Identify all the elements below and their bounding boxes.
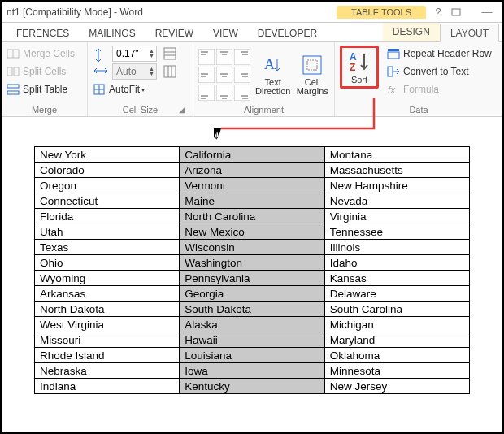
tab-design[interactable]: DESIGN bbox=[383, 23, 440, 41]
table-cell[interactable]: Pennsylvania bbox=[180, 271, 324, 286]
repeat-header-rows-button[interactable]: Repeat Header Row bbox=[387, 46, 492, 62]
states-table[interactable]: New YorkCaliforniaMontanaColoradoArizona… bbox=[34, 146, 470, 394]
cell-margins-button[interactable]: Cell Margins bbox=[295, 53, 329, 96]
table-row[interactable]: Rhode IslandLouisianaOklahoma bbox=[35, 348, 470, 363]
tab-mailings[interactable]: MAILINGS bbox=[79, 24, 145, 41]
row-height-value[interactable] bbox=[115, 47, 147, 60]
table-cell[interactable]: West Virginia bbox=[35, 317, 180, 332]
table-row[interactable]: IndianaKentuckyNew Jersey bbox=[35, 379, 470, 394]
table-cell[interactable]: Colorado bbox=[35, 163, 180, 178]
table-row[interactable]: MissouriHawaiiMaryland bbox=[35, 332, 470, 348]
align-mid-right-button[interactable] bbox=[234, 67, 250, 83]
table-row[interactable]: WyomingPennsylvaniaKansas bbox=[35, 271, 470, 286]
align-top-center-button[interactable] bbox=[216, 49, 232, 65]
table-cell[interactable]: Massachusetts bbox=[324, 163, 469, 178]
table-cell[interactable]: Louisiana bbox=[180, 348, 324, 363]
table-cell[interactable]: Hawaii bbox=[180, 332, 324, 348]
table-cell[interactable]: Tennessee bbox=[324, 224, 469, 240]
split-table-button[interactable]: Split Table bbox=[7, 81, 75, 98]
convert-to-text-button[interactable]: Convert to Text bbox=[387, 63, 492, 80]
tab-developer[interactable]: DEVELOPER bbox=[248, 24, 327, 41]
align-top-right-button[interactable] bbox=[234, 49, 250, 65]
table-cell[interactable]: Virginia bbox=[324, 209, 469, 224]
table-cell[interactable]: Utah bbox=[35, 224, 180, 240]
table-cell[interactable]: Missouri bbox=[35, 332, 180, 348]
table-cell[interactable]: Michigan bbox=[324, 317, 469, 332]
tab-references[interactable]: FERENCES bbox=[7, 24, 79, 41]
formula-button[interactable]: fx Formula bbox=[387, 81, 492, 98]
table-cell[interactable]: California bbox=[180, 147, 324, 163]
align-top-left-button[interactable] bbox=[198, 49, 215, 65]
table-cell[interactable]: Florida bbox=[35, 209, 180, 224]
table-cell[interactable]: Kansas bbox=[324, 271, 469, 286]
table-cell[interactable]: Nevada bbox=[324, 193, 469, 209]
table-row[interactable]: FloridaNorth CarolinaVirginia bbox=[35, 209, 470, 224]
table-row[interactable]: OregonVermontNew Hampshire bbox=[35, 178, 470, 193]
table-row[interactable]: ArkansasGeorgiaDelaware bbox=[35, 286, 470, 302]
table-cell[interactable]: Vermont bbox=[180, 178, 324, 193]
table-cell[interactable]: Ohio bbox=[35, 255, 180, 271]
row-height-input[interactable]: ▲▼ bbox=[112, 46, 157, 62]
table-cell[interactable]: New Mexico bbox=[180, 224, 324, 240]
table-cell[interactable]: Texas bbox=[35, 240, 180, 255]
table-cell[interactable]: North Dakota bbox=[35, 302, 180, 317]
ribbon-display-options-button[interactable] bbox=[450, 7, 475, 18]
table-cell[interactable]: Idaho bbox=[324, 255, 469, 271]
table-cell[interactable]: Arizona bbox=[180, 163, 324, 178]
col-width-input[interactable]: ▲▼ bbox=[112, 63, 157, 80]
table-cell[interactable]: Oklahoma bbox=[324, 348, 469, 363]
align-bot-center-button[interactable] bbox=[216, 85, 232, 101]
table-row[interactable]: ColoradoArizonaMassachusetts bbox=[35, 163, 470, 178]
table-cell[interactable]: Delaware bbox=[324, 286, 469, 302]
table-cell[interactable]: New Hampshire bbox=[324, 178, 469, 193]
table-cell[interactable]: Maine bbox=[180, 193, 324, 209]
table-cell[interactable]: Indiana bbox=[35, 379, 180, 394]
dialog-launcher-icon[interactable]: ◢ bbox=[178, 106, 186, 114]
table-cell[interactable]: Georgia bbox=[180, 286, 324, 302]
distribute-rows-icon[interactable] bbox=[163, 47, 176, 60]
table-cell[interactable]: Illinois bbox=[324, 240, 469, 255]
table-cell[interactable]: Connecticut bbox=[35, 193, 180, 209]
table-row[interactable]: ConnecticutMaineNevada bbox=[35, 193, 470, 209]
table-cell[interactable]: Iowa bbox=[180, 363, 324, 379]
table-row[interactable]: North DakotaSouth DakotaSouth Carolina bbox=[35, 302, 470, 317]
table-row[interactable]: TexasWisconsinIllinois bbox=[35, 240, 470, 255]
table-cell[interactable]: South Dakota bbox=[180, 302, 324, 317]
tab-review[interactable]: REVIEW bbox=[146, 24, 203, 41]
help-button[interactable]: ? bbox=[426, 6, 450, 18]
table-cell[interactable]: South Carolina bbox=[324, 302, 469, 317]
table-cell[interactable]: Nebraska bbox=[35, 363, 180, 379]
align-mid-left-button[interactable] bbox=[198, 67, 215, 83]
alignment-grid[interactable] bbox=[198, 49, 250, 101]
text-direction-button[interactable]: A Text Direction bbox=[255, 53, 290, 96]
table-cell[interactable]: Alaska bbox=[180, 317, 324, 332]
tab-view[interactable]: VIEW bbox=[203, 24, 248, 41]
stepper-arrows-icon[interactable]: ▲▼ bbox=[149, 67, 154, 76]
align-mid-center-button[interactable] bbox=[216, 67, 232, 83]
autofit-button[interactable]: AutoFit ▾ bbox=[93, 81, 188, 98]
table-cell[interactable]: Washington bbox=[180, 255, 324, 271]
table-cell[interactable]: Rhode Island bbox=[35, 348, 180, 363]
table-cell[interactable]: New Jersey bbox=[324, 379, 469, 394]
table-cell[interactable]: Arkansas bbox=[35, 286, 180, 302]
table-row[interactable]: West VirginiaAlaskaMichigan bbox=[35, 317, 470, 332]
table-cell[interactable]: Wisconsin bbox=[180, 240, 324, 255]
table-row[interactable]: OhioWashingtonIdaho bbox=[35, 255, 470, 271]
table-row[interactable]: UtahNew MexicoTennessee bbox=[35, 224, 470, 240]
table-cell[interactable]: Minnesota bbox=[324, 363, 469, 379]
table-cell[interactable]: Kentucky bbox=[180, 379, 324, 394]
table-cell[interactable]: New York bbox=[35, 147, 180, 163]
table-cell[interactable]: Montana bbox=[324, 147, 469, 163]
split-cells-button[interactable]: Split Cells bbox=[7, 63, 75, 80]
merge-cells-button[interactable]: Merge Cells bbox=[7, 46, 75, 62]
align-bot-left-button[interactable] bbox=[198, 85, 215, 101]
distribute-cols-icon[interactable] bbox=[163, 65, 176, 78]
table-row[interactable]: New YorkCaliforniaMontana bbox=[35, 147, 470, 163]
tab-layout[interactable]: LAYOUT bbox=[440, 24, 499, 42]
table-cell[interactable]: Oregon bbox=[35, 178, 180, 193]
minimize-button[interactable]: — bbox=[475, 6, 499, 18]
table-cell[interactable]: Wyoming bbox=[35, 271, 180, 286]
align-bot-right-button[interactable] bbox=[234, 85, 250, 101]
table-cell[interactable]: North Carolina bbox=[180, 209, 324, 224]
stepper-arrows-icon[interactable]: ▲▼ bbox=[149, 49, 154, 59]
